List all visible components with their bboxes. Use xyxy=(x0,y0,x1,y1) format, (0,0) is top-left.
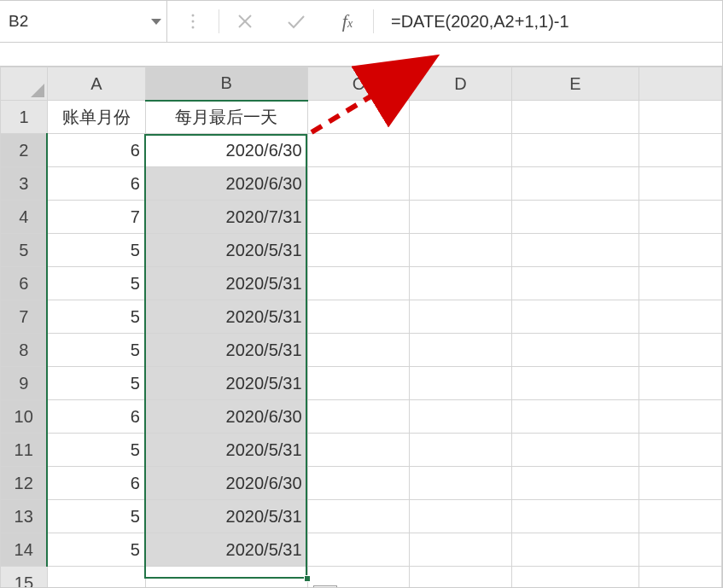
row-header[interactable]: 6 xyxy=(1,267,48,300)
cell[interactable] xyxy=(639,567,722,589)
cell-B13[interactable]: 2020/5/31 xyxy=(145,500,307,533)
cell[interactable] xyxy=(511,467,638,500)
row-header[interactable]: 7 xyxy=(1,300,48,334)
cell[interactable] xyxy=(511,400,638,434)
cell-A12[interactable]: 6 xyxy=(47,467,145,500)
cell-B6[interactable]: 2020/5/31 xyxy=(145,267,307,300)
col-header-C[interactable]: C xyxy=(307,67,410,101)
cell[interactable] xyxy=(410,167,512,201)
cell[interactable] xyxy=(47,567,145,589)
cell[interactable] xyxy=(307,467,410,500)
cell[interactable] xyxy=(410,467,512,500)
cell-A4[interactable]: 7 xyxy=(47,201,145,234)
cell[interactable] xyxy=(307,101,410,134)
cell[interactable] xyxy=(307,500,410,533)
cell[interactable] xyxy=(307,201,410,234)
col-header-D[interactable]: D xyxy=(410,67,512,101)
cell-A6[interactable]: 5 xyxy=(47,267,145,300)
cell[interactable] xyxy=(410,500,512,533)
cell[interactable] xyxy=(410,300,512,334)
cell[interactable] xyxy=(410,334,512,367)
cell-A9[interactable]: 5 xyxy=(47,367,145,400)
cell-B2[interactable]: 2020/6/30 xyxy=(145,134,307,167)
cell-A11[interactable]: 5 xyxy=(47,434,145,467)
cell-B11[interactable]: 2020/5/31 xyxy=(145,434,307,467)
cell-B5[interactable]: 2020/5/31 xyxy=(145,234,307,267)
row-header[interactable]: 12 xyxy=(1,467,48,500)
cell[interactable] xyxy=(511,533,638,567)
cell[interactable] xyxy=(410,400,512,434)
cell-B14[interactable]: 2020/5/31 xyxy=(145,533,307,567)
cell-A7[interactable]: 5 xyxy=(47,300,145,334)
cell[interactable] xyxy=(511,334,638,367)
cell[interactable] xyxy=(307,533,410,567)
cell[interactable] xyxy=(410,134,512,167)
cell[interactable] xyxy=(410,267,512,300)
row-header[interactable]: 15 xyxy=(1,567,48,589)
cell[interactable] xyxy=(410,201,512,234)
cell[interactable] xyxy=(639,267,722,300)
cell-B7[interactable]: 2020/5/31 xyxy=(145,300,307,334)
cell[interactable] xyxy=(307,267,410,300)
row-header[interactable]: 2 xyxy=(1,134,48,167)
cell[interactable] xyxy=(639,167,722,201)
cell[interactable] xyxy=(511,201,638,234)
cell-B8[interactable]: 2020/5/31 xyxy=(145,334,307,367)
insert-function-icon[interactable]: fx xyxy=(322,1,373,42)
cell[interactable] xyxy=(307,367,410,400)
cell-B10[interactable]: 2020/6/30 xyxy=(145,400,307,434)
cell[interactable] xyxy=(410,434,512,467)
cancel-icon[interactable] xyxy=(219,1,271,42)
cell[interactable] xyxy=(410,101,512,134)
spreadsheet-grid[interactable]: A B C D E 1 账单月份 每月最后一天 2 6 2020/ xyxy=(0,67,722,588)
cell[interactable] xyxy=(410,367,512,400)
cell[interactable] xyxy=(511,267,638,300)
cell[interactable] xyxy=(410,567,512,589)
cell-B3[interactable]: 2020/6/30 xyxy=(145,167,307,201)
cell[interactable] xyxy=(511,500,638,533)
row-header[interactable]: 5 xyxy=(1,234,48,267)
cell[interactable] xyxy=(410,533,512,567)
col-header-extra[interactable] xyxy=(639,67,722,101)
cell[interactable] xyxy=(639,334,722,367)
row-header[interactable]: 4 xyxy=(1,201,48,234)
cell[interactable] xyxy=(511,567,638,589)
cell[interactable] xyxy=(511,134,638,167)
enter-icon[interactable] xyxy=(271,1,322,42)
cell[interactable] xyxy=(639,467,722,500)
cell[interactable] xyxy=(639,500,722,533)
cell-A2[interactable]: 6 xyxy=(47,134,145,167)
col-header-B[interactable]: B xyxy=(145,67,307,101)
cell[interactable] xyxy=(511,167,638,201)
cell[interactable] xyxy=(639,367,722,400)
cell[interactable] xyxy=(307,134,410,167)
select-all-corner[interactable] xyxy=(1,67,48,101)
cell[interactable] xyxy=(307,234,410,267)
name-box[interactable]: B2 xyxy=(0,1,167,42)
cell[interactable] xyxy=(307,300,410,334)
cell[interactable] xyxy=(307,434,410,467)
cell[interactable] xyxy=(145,567,307,589)
cell[interactable] xyxy=(307,400,410,434)
col-header-A[interactable]: A xyxy=(47,67,145,101)
cell[interactable] xyxy=(639,434,722,467)
cell-B12[interactable]: 2020/6/30 xyxy=(145,467,307,500)
row-header[interactable]: 10 xyxy=(1,400,48,434)
cell[interactable] xyxy=(639,134,722,167)
expand-formula-icon[interactable] xyxy=(167,1,219,42)
cell-A8[interactable]: 5 xyxy=(47,334,145,367)
row-header[interactable]: 11 xyxy=(1,434,48,467)
row-header[interactable]: 3 xyxy=(1,167,48,201)
cell[interactable] xyxy=(307,334,410,367)
cell[interactable] xyxy=(307,167,410,201)
cell[interactable] xyxy=(639,201,722,234)
cell[interactable] xyxy=(639,300,722,334)
cell[interactable] xyxy=(639,400,722,434)
cell[interactable] xyxy=(511,367,638,400)
cell[interactable] xyxy=(639,533,722,567)
cell-A13[interactable]: 5 xyxy=(47,500,145,533)
row-header[interactable]: 8 xyxy=(1,334,48,367)
fill-handle[interactable] xyxy=(304,575,311,582)
cell[interactable] xyxy=(511,434,638,467)
cell[interactable] xyxy=(511,300,638,334)
